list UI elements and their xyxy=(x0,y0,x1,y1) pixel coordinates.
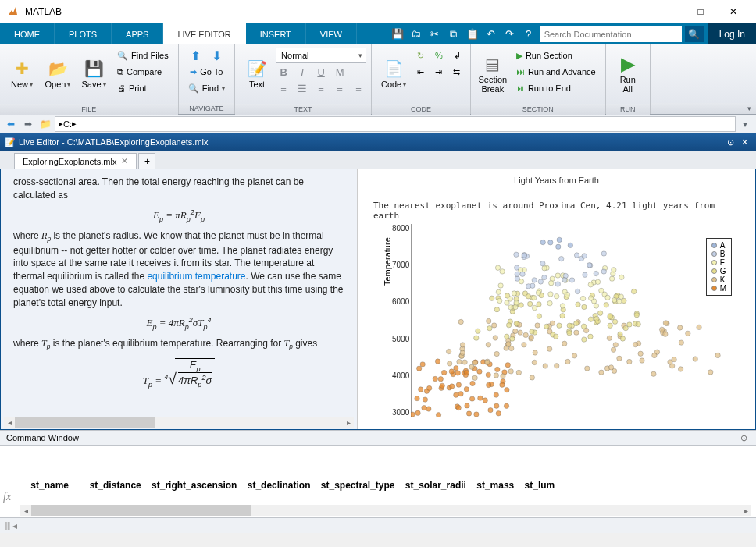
bold-button[interactable]: B xyxy=(276,64,291,80)
fx-prompt-icon[interactable]: fx xyxy=(3,491,11,503)
italic-button[interactable]: I xyxy=(294,64,310,80)
svg-point-259 xyxy=(513,304,518,309)
indent-auto-button[interactable]: ⇆ xyxy=(448,64,465,80)
svg-point-184 xyxy=(620,336,625,341)
svg-point-6 xyxy=(495,367,500,371)
svg-point-213 xyxy=(554,334,558,339)
tab-apps[interactable]: APPS xyxy=(112,23,163,44)
underline-button[interactable]: U xyxy=(313,64,329,80)
quick-cut-icon[interactable]: ✂ xyxy=(427,27,443,42)
main-tabstrip: HOME PLOTS APPS LIVE EDITOR INSERT VIEW … xyxy=(0,23,756,44)
command-window-menu-button[interactable]: ⊙ xyxy=(737,433,750,443)
svg-point-272 xyxy=(599,288,604,293)
run-all-button[interactable]: ▶Run All xyxy=(611,48,645,101)
tab-plots[interactable]: PLOTS xyxy=(55,23,112,44)
maximize-button[interactable]: □ xyxy=(684,0,717,23)
quick-copy-icon[interactable]: ⧉ xyxy=(446,27,462,42)
new-button[interactable]: ✚New▾ xyxy=(5,48,39,101)
close-button[interactable]: ✕ xyxy=(717,0,750,23)
compare-button[interactable]: ⧉Compare xyxy=(112,64,173,80)
svg-point-238 xyxy=(495,265,500,270)
document-close-button[interactable]: ✕ xyxy=(737,137,751,147)
svg-point-93 xyxy=(486,343,490,347)
list-bullet-button[interactable]: ≡ xyxy=(276,80,291,96)
status-caret-icon[interactable]: ◂ xyxy=(12,520,17,531)
address-bar[interactable]: ▸ C: ▸ xyxy=(55,116,736,132)
find-files-button[interactable]: 🔍Find Files xyxy=(112,48,173,63)
svg-point-44 xyxy=(415,396,419,400)
align-center-button[interactable]: ≡ xyxy=(332,80,348,96)
tab-live-editor[interactable]: LIVE EDITOR xyxy=(163,23,245,44)
run-to-end-button[interactable]: ⏯Run to End xyxy=(512,80,601,96)
refactor-button[interactable]: ↻ xyxy=(412,48,429,63)
goto-button[interactable]: ➡Go To xyxy=(185,64,227,80)
find-button[interactable]: 🔍Find▾ xyxy=(184,80,230,96)
quick-help-icon[interactable]: ? xyxy=(521,27,537,42)
svg-point-261 xyxy=(514,300,519,305)
text-button[interactable]: 📝Text xyxy=(240,48,274,101)
editor-tab-close-button[interactable]: ✕ xyxy=(121,156,128,166)
quick-redo-icon[interactable]: ↷ xyxy=(502,27,518,42)
path-dropdown-button[interactable]: ▾ xyxy=(737,116,753,132)
search-input[interactable] xyxy=(540,26,682,42)
svg-point-224 xyxy=(567,323,572,328)
svg-point-101 xyxy=(493,336,497,340)
svg-point-310 xyxy=(568,243,572,247)
nav-back-button[interactable]: ⬅ xyxy=(3,116,19,132)
run-advance-icon: ⏭ xyxy=(516,67,525,76)
svg-point-18 xyxy=(474,412,479,417)
svg-point-222 xyxy=(530,329,534,334)
equilibrium-temperature-link[interactable]: equilibrium temperature xyxy=(147,271,245,282)
tab-insert[interactable]: INSERT xyxy=(246,23,306,44)
search-button[interactable]: 🔍 xyxy=(685,26,704,42)
section-break-button[interactable]: ▤Section Break xyxy=(476,48,510,101)
svg-point-131 xyxy=(640,358,644,363)
editor-tab-active[interactable]: ExploringExoplanets.mlx ✕ xyxy=(14,153,137,169)
comment-button[interactable]: % xyxy=(430,48,448,63)
nav-up-folder-button[interactable]: 📁 xyxy=(37,116,53,132)
tab-view[interactable]: VIEW xyxy=(306,23,357,44)
editor-add-tab-button[interactable]: + xyxy=(138,153,155,169)
quick-undo-icon[interactable]: ↶ xyxy=(483,27,499,42)
quick-save-icon[interactable]: 💾 xyxy=(390,27,405,42)
quick-paste-icon[interactable]: 📋 xyxy=(465,27,480,42)
svg-point-82 xyxy=(472,361,477,365)
align-right-button[interactable]: ≡ xyxy=(351,80,366,96)
mono-button[interactable]: M xyxy=(332,64,348,80)
list-number-button[interactable]: ☰ xyxy=(294,80,310,96)
toolstrip-overflow-icon[interactable]: ▾ xyxy=(747,105,751,112)
print-button[interactable]: 🖨Print xyxy=(112,80,173,96)
svg-point-51 xyxy=(496,411,501,416)
svg-point-251 xyxy=(565,292,569,297)
document-menu-button[interactable]: ⊙ xyxy=(723,137,737,147)
align-left-button[interactable]: ≡ xyxy=(313,80,329,96)
svg-point-300 xyxy=(562,278,567,282)
svg-point-248 xyxy=(512,291,516,296)
svg-point-299 xyxy=(555,282,560,286)
tab-home[interactable]: HOME xyxy=(0,23,55,44)
svg-point-74 xyxy=(446,349,451,353)
run-section-button[interactable]: ▶Run Section xyxy=(512,48,601,63)
save-button[interactable]: 💾Save▾ xyxy=(77,48,111,101)
indent-less-button[interactable]: ⇤ xyxy=(412,64,429,80)
editor-horizontal-scrollbar[interactable]: ◂▸ xyxy=(4,417,354,428)
command-window[interactable]: fx st_name st_distance st_right_ascensio… xyxy=(0,446,756,517)
svg-point-9 xyxy=(466,411,471,416)
svg-point-198 xyxy=(581,324,586,329)
login-button[interactable]: Log In xyxy=(708,23,756,44)
text-style-select[interactable]: Normal xyxy=(276,48,366,63)
run-advance-button[interactable]: ⏭Run and Advance xyxy=(512,64,601,80)
nav-forward-button[interactable]: ➡ xyxy=(20,116,36,132)
svg-point-151 xyxy=(504,346,508,350)
nav-up-button[interactable]: ⬆ xyxy=(186,48,205,63)
code-button[interactable]: 📄Code▾ xyxy=(376,48,411,101)
indent-more-button[interactable]: ⇥ xyxy=(430,64,447,80)
open-button[interactable]: 📂Open▾ xyxy=(41,48,75,101)
command-horizontal-scrollbar[interactable]: ◂▸ xyxy=(20,505,751,516)
minimize-button[interactable]: — xyxy=(651,0,684,23)
editor-text-pane[interactable]: cross-sectional area. Then the total ene… xyxy=(1,169,358,429)
svg-point-206 xyxy=(608,314,612,318)
quick-save-all-icon[interactable]: 🗂 xyxy=(408,27,424,42)
nav-down-button[interactable]: ⬇ xyxy=(207,48,226,63)
wrap-button[interactable]: ↲ xyxy=(449,48,465,63)
